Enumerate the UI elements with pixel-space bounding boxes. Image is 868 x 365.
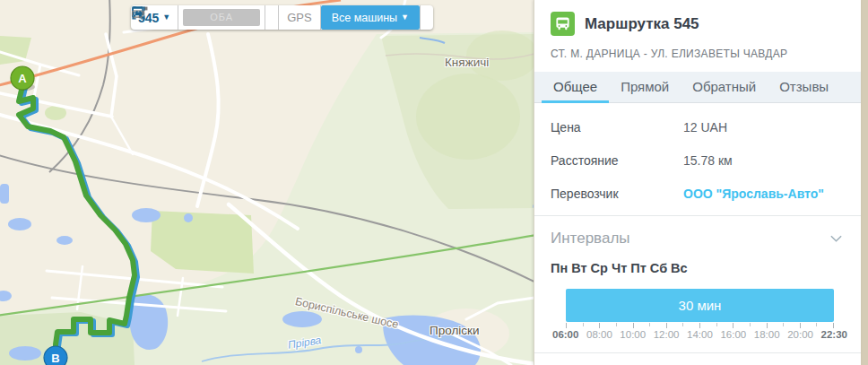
interval-timeline: 30 мин 06:00 08:00 10:00 12:00 14:00 16:…	[566, 289, 834, 340]
chevron-down-icon: ▼	[162, 13, 170, 22]
tab-forward[interactable]: Прямой	[609, 72, 681, 103]
route-endpoints: СТ. М. ДАРНИЦА - УЛ. ЕЛИЗАВЕТЫ ЧАВДАР	[551, 48, 845, 60]
service-days: Пн Вт Ср Чт Пт Сб Вс	[534, 248, 861, 275]
field-distance: Расстояние 15.78 км	[551, 143, 845, 177]
all-vehicles-label: Все машины	[332, 12, 397, 24]
interval-bar: 30 мин	[566, 289, 834, 322]
time-label: 12:00	[654, 329, 680, 340]
route-type-badge	[551, 12, 575, 36]
expand-icon	[131, 5, 146, 21]
time-label: 20:00	[787, 329, 813, 340]
fit-route-button[interactable]	[421, 5, 433, 30]
field-price: Цена 12 UAH	[551, 110, 845, 143]
chevron-down-icon	[829, 234, 843, 243]
section-divider	[534, 352, 861, 353]
tab-reviews[interactable]: Отзывы	[768, 72, 840, 103]
field-label: Перевозчик	[551, 187, 683, 201]
both-directions-toggle[interactable]: ОБА	[178, 5, 265, 30]
panel-header: Маршрутка 545 СТ. М. ДАРНИЦА - УЛ. ЕЛИЗА…	[534, 0, 861, 60]
time-label: 16:00	[720, 329, 746, 340]
route-info-panel: Маршрутка 545 СТ. М. ДАРНИЦА - УЛ. ЕЛИЗА…	[534, 0, 861, 365]
field-label: Цена	[551, 120, 683, 135]
time-label: 22:30	[821, 329, 847, 340]
intervals-section-header[interactable]: Интервалы	[534, 216, 861, 248]
field-value: 12 UAH	[683, 120, 845, 135]
timeline-ticks	[566, 322, 834, 328]
map-label-town: Княжичі	[445, 56, 489, 69]
chevron-down-icon: ▼	[401, 13, 409, 22]
time-label: 06:00	[552, 329, 578, 340]
map-toolbar: 545 ▼ ОБА GPS Все машины ▼	[131, 5, 433, 30]
time-label: 10:00	[620, 329, 646, 340]
carrier-link[interactable]: ООО "Ярославь-Авто"	[683, 187, 845, 201]
panel-tabs: Общее Прямой Обратный Отзывы	[534, 72, 861, 103]
page-title: Маршрутка 545	[585, 15, 699, 33]
gps-label: GPS	[287, 11, 311, 24]
both-directions-label: ОБА	[183, 9, 260, 26]
intervals-heading: Интервалы	[551, 230, 630, 248]
timeline-labels: 06:00 08:00 10:00 12:00 14:00 16:00 18:0…	[552, 329, 847, 340]
field-value: 15.78 км	[683, 153, 845, 168]
marker-a-letter: A	[18, 72, 27, 85]
time-label: 14:00	[687, 329, 713, 340]
all-vehicles-dropdown[interactable]: Все машины ▼	[321, 5, 420, 30]
marker-b-letter: B	[51, 352, 59, 365]
vehicle-tracker-button[interactable]	[265, 5, 278, 30]
route-details: Цена 12 UAH Расстояние 15.78 км Перевозч…	[534, 103, 861, 212]
route-start-marker[interactable]: A	[11, 66, 35, 91]
bus-icon	[555, 16, 570, 31]
map-label-village: Проліски	[430, 324, 480, 337]
tab-backward[interactable]: Обратный	[681, 72, 768, 103]
field-label: Расстояние	[551, 153, 683, 168]
map-canvas[interactable]: A B Княжичі Бориспільське шосе Проліски …	[0, 0, 534, 365]
gps-button[interactable]: GPS	[279, 5, 319, 30]
tab-general[interactable]: Общее	[542, 72, 609, 103]
field-carrier: Перевозчик ООО "Ярославь-Авто"	[551, 177, 845, 210]
route-end-marker[interactable]: B	[44, 346, 67, 365]
time-label: 08:00	[586, 329, 612, 340]
time-label: 18:00	[754, 329, 780, 340]
